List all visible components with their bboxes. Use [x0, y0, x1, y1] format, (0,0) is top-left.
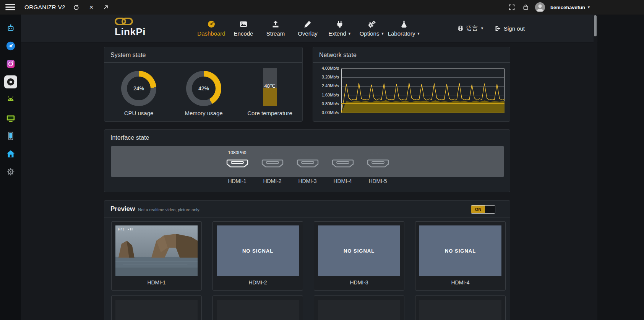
ytick-0_8: 0.80Mb/s [317, 101, 339, 106]
ytick-0: 0.00Mb/s [317, 110, 339, 115]
hdmi-port-5: - - - HDMI-5 [360, 146, 396, 184]
preview-card-hdmi-4: NO SIGNAL HDMI-4 [415, 221, 506, 291]
sidebar-tab-android[interactable] [4, 93, 17, 106]
port-status: - - - [371, 149, 384, 157]
sidebar-tab-home[interactable] [4, 147, 17, 160]
cpu-percent-value: 24% [121, 71, 156, 106]
port-label: HDMI-2 [263, 178, 281, 184]
preview-card-partial [111, 296, 202, 320]
interface-state-title: Interface state [104, 130, 510, 145]
hdmi-connector-icon [332, 158, 354, 169]
organizr-topbar: ORGANIZR V2 × benicehavefun ▼ [0, 0, 644, 15]
preview-cards: 9:41 HDMI-1 NO SIGNAL HDMI-2 NO SIGNAL H… [111, 221, 506, 320]
sidebar-tab-photos[interactable] [4, 57, 17, 70]
ytick-1_6: 1.60Mb/s [317, 93, 339, 97]
port-status: 1080P60 [228, 149, 246, 157]
port-label: HDMI-4 [333, 178, 352, 184]
open-external-icon[interactable] [102, 3, 110, 11]
options-gears-icon [368, 20, 376, 28]
close-tab-icon[interactable]: × [87, 3, 96, 11]
preview-card-partial [314, 296, 404, 320]
nav-label: Overlay [298, 30, 318, 37]
system-state-panel: System state 24% CPU usage 42% Memory us… [104, 47, 303, 122]
nav-label: Extend [328, 30, 346, 37]
nav-item-stream[interactable]: Stream [260, 15, 292, 42]
chevron-down-icon: ▼ [417, 32, 420, 36]
system-state-title: System state [104, 47, 302, 63]
refresh-icon[interactable] [72, 3, 80, 11]
organizr-title: ORGANIZR V2 [24, 0, 65, 15]
nav-item-encode[interactable]: Encode [227, 15, 260, 42]
network-state-title: Network state [313, 47, 510, 63]
nav-item-options[interactable]: Options▼ [356, 15, 388, 42]
hdmi-connector-icon [367, 158, 389, 169]
chevron-down-icon: ▼ [480, 26, 484, 30]
preview-title: Preview [110, 205, 135, 213]
linkpi-chain-logo-icon [115, 17, 133, 26]
core-temperature-label: Core temperature [239, 110, 300, 116]
username: benicehavefun [550, 5, 585, 10]
preview-card-hdmi-3: NO SIGNAL HDMI-3 [314, 221, 404, 291]
chevron-down-icon: ▼ [348, 32, 351, 36]
sidebar-tab-android-tv[interactable] [4, 111, 17, 124]
nav-item-overlay[interactable]: Overlay [292, 15, 324, 42]
preview-toggle[interactable]: ON [471, 205, 495, 214]
hdmi-1-preview-image: 9:41 [115, 225, 198, 276]
nav-item-laboratory[interactable]: Laboratory▼ [388, 15, 420, 42]
sidebar-tab-paper-plane[interactable] [4, 39, 17, 52]
fullscreen-icon[interactable] [508, 3, 516, 11]
ytick-3_2: 3.20Mb/s [317, 75, 339, 79]
user-avatar[interactable] [535, 2, 545, 12]
nav-item-extend[interactable]: Extend▼ [324, 15, 356, 42]
svg-text:9:41: 9:41 [118, 227, 124, 231]
port-label: HDMI-3 [298, 178, 316, 184]
no-signal-screen: NO SIGNAL [217, 225, 299, 276]
sidebar-tab-robot[interactable] [4, 21, 17, 34]
hdmi-connector-icon [297, 158, 319, 169]
language-menu[interactable]: 语言 ▼ [457, 25, 484, 32]
preview-card-label: HDMI-1 [115, 279, 198, 286]
nav-label: Options [360, 30, 380, 37]
nav-label: Laboratory [388, 30, 415, 37]
sidebar-tab-settings[interactable] [4, 165, 17, 178]
plugin-icon[interactable] [521, 3, 530, 11]
linkpi-brand[interactable]: LinkPi [115, 17, 172, 38]
no-signal-screen: NO SIGNAL [318, 225, 400, 276]
organizr-sidenav [0, 15, 21, 320]
port-status: - - - [301, 149, 314, 157]
cpu-usage-label: CPU usage [108, 110, 169, 116]
hdmi-port-3: - - - HDMI-3 [290, 146, 325, 184]
preview-card-partial [213, 296, 303, 320]
hdmi-connector-icon [226, 158, 248, 169]
globe-icon [457, 25, 464, 31]
memory-percent-value: 42% [186, 71, 221, 106]
extend-plug-icon [336, 20, 344, 28]
hdmi-port-4: - - - HDMI-4 [325, 146, 360, 184]
preview-card-hdmi-1: 9:41 HDMI-1 [111, 221, 202, 291]
cpu-usage-widget: 24% CPU usage [108, 71, 169, 116]
signout-label: Sign out [504, 25, 525, 32]
preview-note: Not a realtime video, picture only. [138, 207, 200, 212]
memory-donut-chart: 42% [186, 71, 221, 106]
ytick-4: 4.00Mb/s [317, 66, 339, 70]
user-menu[interactable]: benicehavefun ▼ [550, 5, 590, 10]
toggle-on-label: ON [471, 206, 485, 213]
temperature-gauge: 48℃ [263, 68, 277, 106]
app-root: ORGANIZR V2 × benicehavefun ▼ [0, 0, 644, 320]
core-temperature-widget: 48℃ Core temperature [239, 68, 300, 116]
signout-button[interactable]: Sign out [495, 25, 525, 32]
dashboard-gauge-icon [207, 20, 216, 28]
preview-card-label: HDMI-4 [419, 279, 501, 286]
sidebar-tab-linkpi-active[interactable] [4, 75, 17, 88]
nav-item-dashboard[interactable]: Dashboard [195, 15, 227, 42]
no-signal-screen: NO SIGNAL [419, 225, 501, 276]
page-scrollbar [594, 15, 597, 320]
hamburger-menu-icon[interactable] [5, 4, 15, 11]
preview-panel: Preview Not a realtime video, picture on… [104, 200, 510, 320]
scrollbar-thumb[interactable] [594, 15, 597, 36]
hdmi-connector-icon [261, 158, 284, 169]
sidebar-tab-phone[interactable] [4, 129, 17, 142]
stream-upload-icon [271, 20, 280, 28]
linkpi-menu: Dashboard Encode Stream Overlay Extend▼ … [195, 15, 420, 42]
nav-label: Encode [234, 30, 253, 37]
